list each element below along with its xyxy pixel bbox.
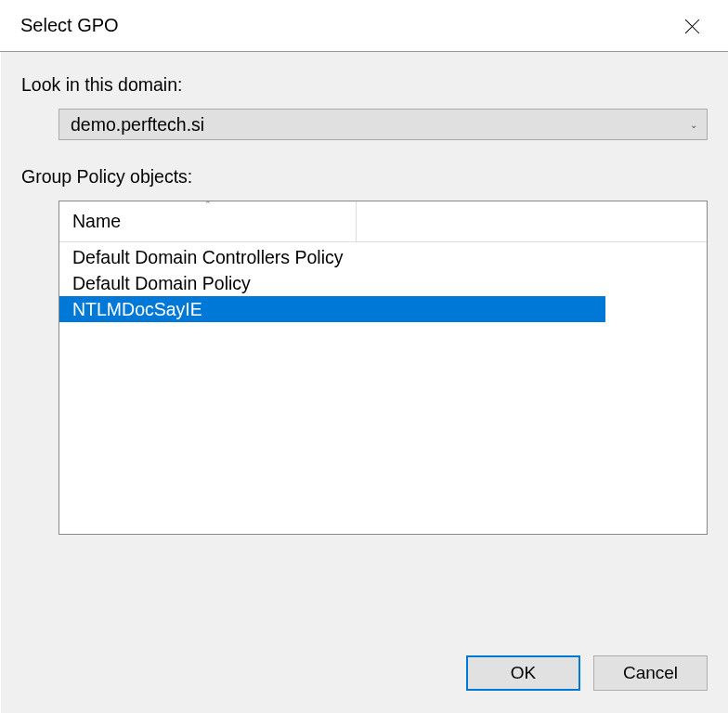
column-header-label: Name (72, 211, 121, 231)
gpo-objects-label: Group Policy objects: (21, 166, 708, 188)
sort-ascending-icon: ⌃ (204, 201, 212, 209)
column-header-name[interactable]: ⌃ Name (59, 201, 357, 242)
look-in-label: Look in this domain: (21, 74, 708, 96)
close-icon (684, 18, 701, 34)
list-item[interactable]: NTLMDocSayIE (59, 296, 605, 322)
list-header: ⌃ Name (59, 201, 707, 242)
window-title: Select GPO (20, 15, 119, 36)
cancel-button[interactable]: Cancel (593, 655, 708, 691)
dialog-content: Look in this domain: demo.perftech.si ⌄ … (0, 52, 728, 713)
button-row: OK Cancel (466, 655, 708, 691)
ok-button[interactable]: OK (466, 655, 580, 691)
chevron-down-icon: ⌄ (690, 120, 697, 130)
list-item[interactable]: Default Domain Policy (59, 270, 605, 296)
close-button[interactable] (674, 7, 711, 45)
domain-dropdown-value: demo.perftech.si (71, 114, 204, 136)
column-header-spacer (357, 201, 707, 242)
gpo-listbox[interactable]: ⌃ Name Default Domain Controllers Policy… (58, 201, 708, 535)
list-item[interactable]: Default Domain Controllers Policy (59, 244, 605, 270)
domain-dropdown[interactable]: demo.perftech.si ⌄ (58, 109, 708, 140)
list-body: Default Domain Controllers PolicyDefault… (59, 242, 707, 322)
titlebar: Select GPO (0, 0, 728, 52)
